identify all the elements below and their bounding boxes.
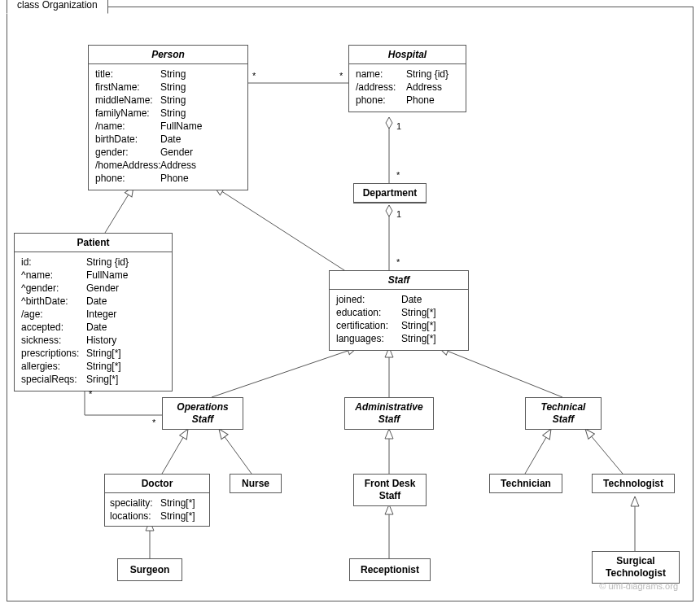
attribute-row: education:String[*] bbox=[336, 306, 462, 319]
class-attrs: speciality:String[*]locations:String[*] bbox=[105, 493, 209, 526]
attribute-name: ^name: bbox=[21, 269, 86, 282]
multiplicity: * bbox=[339, 71, 343, 81]
diagram-frame: class Organization bbox=[7, 7, 693, 601]
attribute-name: phone: bbox=[356, 94, 406, 107]
attribute-row: gender:Gender bbox=[95, 146, 241, 159]
attribute-name: accepted: bbox=[21, 321, 86, 334]
attribute-name: locations: bbox=[110, 510, 160, 523]
attribute-name: languages: bbox=[336, 332, 401, 345]
attribute-name: middleName: bbox=[95, 94, 160, 107]
attribute-name: joined: bbox=[336, 293, 401, 306]
class-title: TechnicalStaff bbox=[526, 401, 601, 426]
class-title: Technologist bbox=[593, 478, 674, 489]
class-nurse: Nurse bbox=[230, 474, 282, 493]
attribute-type: Sring[*] bbox=[86, 373, 118, 386]
attribute-row: phone:Phone bbox=[356, 94, 459, 107]
class-title: Hospital bbox=[349, 46, 466, 64]
attribute-type: Integer bbox=[86, 308, 116, 321]
attribute-type: String {id} bbox=[406, 68, 448, 81]
attribute-type: Date bbox=[160, 133, 181, 146]
attribute-row: ^gender:Gender bbox=[21, 282, 165, 295]
attribute-row: ^name:FullName bbox=[21, 269, 165, 282]
class-staff: Staff joined:Dateeducation:String[*]cert… bbox=[329, 270, 469, 351]
attribute-type: Date bbox=[401, 293, 422, 306]
attribute-row: phone:Phone bbox=[95, 172, 241, 185]
diagram-canvas: class Organization bbox=[0, 0, 700, 608]
attribute-type: String[*] bbox=[86, 347, 121, 360]
frame-title: class Organization bbox=[7, 0, 108, 14]
class-title: Person bbox=[89, 46, 247, 64]
watermark: © uml-diagrams.org bbox=[599, 581, 678, 591]
attribute-row: familyName:String bbox=[95, 107, 241, 120]
multiplicity: 1 bbox=[396, 121, 401, 131]
attribute-name: /address: bbox=[356, 81, 406, 94]
class-technical-staff: TechnicalStaff bbox=[525, 397, 602, 430]
attribute-name: /name: bbox=[95, 120, 160, 133]
multiplicity: * bbox=[152, 418, 155, 427]
attribute-name: /homeAddress: bbox=[95, 159, 160, 172]
attribute-row: certification:String[*] bbox=[336, 319, 462, 332]
attribute-name: specialReqs: bbox=[21, 373, 86, 386]
attribute-type: FullName bbox=[86, 269, 128, 282]
attribute-name: familyName: bbox=[95, 107, 160, 120]
multiplicity: * bbox=[89, 389, 92, 399]
attribute-name: prescriptions: bbox=[21, 347, 86, 360]
attribute-type: String[*] bbox=[401, 332, 436, 345]
class-title: Patient bbox=[15, 234, 172, 252]
attribute-type: Phone bbox=[406, 94, 435, 107]
attribute-name: /age: bbox=[21, 308, 86, 321]
attribute-type: Gender bbox=[86, 282, 119, 295]
class-doctor: Doctor speciality:String[*]locations:Str… bbox=[104, 474, 210, 527]
attribute-type: String bbox=[160, 94, 186, 107]
class-title: Surgeon bbox=[118, 564, 182, 575]
class-title: Receptionist bbox=[350, 564, 430, 575]
attribute-row: sickness:History bbox=[21, 334, 165, 347]
attribute-type: String {id} bbox=[86, 256, 129, 269]
attribute-row: title:String bbox=[95, 68, 241, 81]
attribute-type: String[*] bbox=[401, 306, 436, 319]
class-title: Nurse bbox=[230, 478, 281, 489]
class-title: SurgicalTechnologist bbox=[593, 555, 679, 580]
class-technologist: Technologist bbox=[592, 474, 675, 493]
class-attrs: title:StringfirstName:StringmiddleName:S… bbox=[89, 64, 247, 190]
class-technician: Technician bbox=[489, 474, 562, 493]
attribute-type: FullName bbox=[160, 120, 202, 133]
class-person: Person title:StringfirstName:Stringmiddl… bbox=[88, 45, 248, 190]
attribute-row: name:String {id} bbox=[356, 68, 459, 81]
attribute-row: /address:Address bbox=[356, 81, 459, 94]
attribute-row: speciality:String[*] bbox=[110, 496, 204, 510]
svg-line-5 bbox=[212, 348, 357, 397]
attribute-name: ^gender: bbox=[21, 282, 86, 295]
attribute-name: id: bbox=[21, 256, 86, 269]
attribute-row: /name:FullName bbox=[95, 120, 241, 133]
multiplicity: * bbox=[252, 71, 256, 81]
class-title: OperationsStaff bbox=[163, 401, 243, 426]
attribute-name: birthDate: bbox=[95, 133, 160, 146]
attribute-type: Phone bbox=[160, 172, 189, 185]
attribute-type: Date bbox=[86, 295, 107, 308]
svg-line-4 bbox=[214, 186, 347, 272]
svg-line-12 bbox=[585, 429, 623, 474]
attribute-row: specialReqs:Sring[*] bbox=[21, 373, 165, 386]
attribute-type: Date bbox=[86, 321, 107, 334]
class-patient: Patient id:String {id}^name:FullName^gen… bbox=[14, 233, 173, 391]
class-title: Department bbox=[354, 184, 426, 203]
attribute-name: gender: bbox=[95, 146, 160, 159]
class-title: AdministrativeStaff bbox=[345, 401, 433, 426]
attribute-row: prescriptions:String[*] bbox=[21, 347, 165, 360]
svg-line-7 bbox=[439, 348, 562, 397]
attribute-name: speciality: bbox=[110, 496, 160, 510]
class-receptionist: Receptionist bbox=[349, 558, 431, 581]
attribute-name: allergies: bbox=[21, 360, 86, 373]
class-operations-staff: OperationsStaff bbox=[162, 397, 243, 430]
attribute-row: languages:String[*] bbox=[336, 332, 462, 345]
attribute-name: ^birthDate: bbox=[21, 295, 86, 308]
svg-line-11 bbox=[525, 429, 551, 474]
attribute-type: Address bbox=[160, 159, 196, 172]
attribute-row: locations:String[*] bbox=[110, 510, 204, 523]
attribute-type: Address bbox=[406, 81, 442, 94]
attribute-type: Gender bbox=[160, 146, 193, 159]
attribute-type: String[*] bbox=[86, 360, 121, 373]
multiplicity: * bbox=[396, 170, 400, 180]
svg-line-9 bbox=[219, 429, 252, 474]
